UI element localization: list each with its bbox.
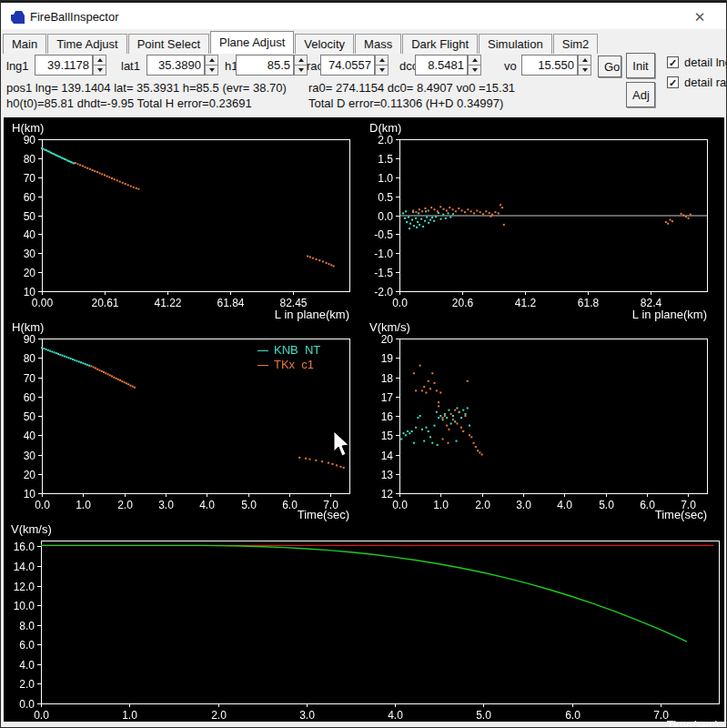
app-window: FireBallInspector ✕ Main Time Adjust Poi… — [0, 0, 727, 728]
status-ra0: ra0= 274.1154 dc0= 8.4907 vo0 =15.31 — [308, 81, 515, 95]
adj-button[interactable]: Adj — [626, 82, 655, 107]
app-icon — [9, 9, 25, 25]
rao-stepper[interactable] — [375, 55, 389, 76]
detail-lng-lat-label: detail lng lat — [684, 56, 727, 69]
tab-velocity[interactable]: Velocity — [295, 34, 354, 54]
init-button[interactable]: Init — [626, 53, 655, 78]
tab-simulation[interactable]: Simulation — [479, 34, 552, 54]
triangle-down-icon[interactable] — [294, 66, 308, 76]
triangle-up-icon[interactable] — [294, 55, 308, 66]
lng1-label: lng1 — [6, 59, 29, 73]
status-pos1: pos1 lng= 139.1404 lat= 35.3931 h=85.5 (… — [6, 81, 287, 95]
vo-input[interactable] — [521, 55, 578, 76]
rao-input[interactable] — [320, 55, 375, 76]
triangle-down-icon[interactable] — [578, 66, 591, 76]
triangle-up-icon[interactable] — [375, 55, 389, 66]
tab-bar: Main Time Adjust Point Select Plane Adju… — [3, 31, 599, 54]
tab-main[interactable]: Main — [3, 34, 46, 54]
status-d-error: Total D error=0.11306 (H+D 0.34997) — [308, 96, 503, 110]
detail-ra-dc-label: detail ra dc — [684, 76, 727, 89]
lng1-input[interactable] — [35, 55, 93, 76]
charts-panel — [4, 117, 724, 722]
check-icon[interactable]: ✓ — [667, 56, 679, 68]
h1-input[interactable] — [236, 55, 294, 76]
dco-stepper[interactable] — [468, 55, 481, 76]
status-h-error: h0(t0)=85.81 dhdt=-9.95 Total H error=0.… — [6, 96, 252, 110]
check-icon[interactable]: ✓ — [667, 76, 679, 88]
tab-sim2[interactable]: Sim2 — [553, 34, 599, 54]
triangle-up-icon[interactable] — [93, 55, 106, 66]
lat1-input[interactable] — [146, 55, 205, 76]
lat1-label: lat1 — [121, 59, 140, 73]
lng1-stepper[interactable] — [93, 55, 106, 76]
titlebar: FireBallInspector ✕ — [1, 1, 726, 29]
triangle-down-icon[interactable] — [468, 66, 481, 76]
triangle-up-icon[interactable] — [578, 55, 591, 66]
tab-time-adjust[interactable]: Time Adjust — [47, 34, 126, 54]
tab-point-select[interactable]: Point Select — [128, 34, 209, 54]
close-icon[interactable]: ✕ — [690, 7, 710, 27]
detail-lng-lat-checkbox[interactable]: ✓ detail lng lat — [667, 56, 727, 69]
triangle-up-icon[interactable] — [468, 55, 481, 66]
triangle-up-icon[interactable] — [205, 55, 218, 66]
tab-mass[interactable]: Mass — [355, 34, 401, 54]
triangle-down-icon[interactable] — [205, 66, 218, 76]
triangle-down-icon[interactable] — [375, 66, 389, 76]
h1-stepper[interactable] — [294, 55, 308, 76]
window-title: FireBallInspector — [30, 10, 119, 24]
detail-ra-dc-checkbox[interactable]: ✓ detail ra dc — [667, 76, 727, 89]
dco-input[interactable] — [415, 55, 468, 76]
vo-label: vo — [504, 59, 517, 73]
tab-plane-adjust[interactable]: Plane Adjust — [210, 31, 294, 54]
triangle-down-icon[interactable] — [93, 66, 106, 76]
vo-stepper[interactable] — [578, 55, 591, 76]
tab-dark-flight[interactable]: Dark Flight — [402, 34, 478, 54]
lat1-stepper[interactable] — [205, 55, 218, 76]
go-button[interactable]: Go — [598, 56, 621, 77]
